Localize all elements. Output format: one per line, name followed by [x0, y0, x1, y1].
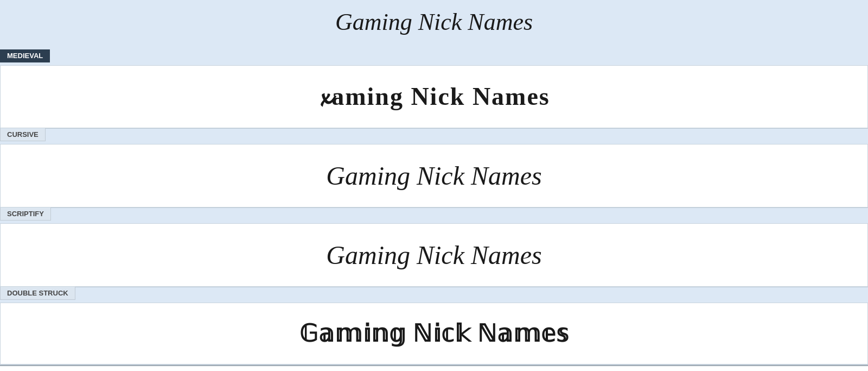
- double-struck-text: 𝔾𝕒𝕞𝕚𝕟𝕘 ℕ𝕚𝕔𝕜 ℕ𝕒𝕞𝕖𝕤: [299, 320, 569, 347]
- scriptify-section: SCRIPTIFY Gaming Nick Names: [0, 208, 868, 287]
- cursive-section: CURSIVE Gaming Nick Names: [0, 129, 868, 208]
- cursive-text: Gaming Nick Names: [326, 161, 541, 190]
- input-area: [0, 365, 868, 371]
- cursive-label: CURSIVE: [0, 128, 46, 141]
- partial-top-section: Gaming Nick Names: [0, 0, 868, 50]
- medieval-section: MEDIEVAL 𝔁aming Nick Names: [0, 50, 868, 129]
- scriptify-label: SCRIPTIFY: [0, 207, 51, 221]
- double-struck-section: DOUBLE STRUCK 𝔾𝕒𝕞𝕚𝕟𝕘 ℕ𝕚𝕔𝕜 ℕ𝕒𝕞𝕖𝕤: [0, 287, 868, 365]
- double-struck-display[interactable]: 𝔾𝕒𝕞𝕚𝕟𝕘 ℕ𝕚𝕔𝕜 ℕ𝕒𝕞𝕖𝕤: [0, 303, 868, 364]
- name-input[interactable]: [0, 366, 868, 371]
- medieval-text: 𝔁aming Nick Names: [318, 83, 550, 110]
- medieval-display[interactable]: 𝔁aming Nick Names: [0, 65, 868, 128]
- double-struck-label: DOUBLE STRUCK: [0, 287, 75, 300]
- medieval-label: MEDIEVAL: [0, 49, 50, 62]
- partial-display: Gaming Nick Names: [0, 0, 868, 50]
- partial-text: Gaming Nick Names: [335, 9, 533, 35]
- scriptify-text: Gaming Nick Names: [326, 241, 541, 269]
- scriptify-display[interactable]: Gaming Nick Names: [0, 223, 868, 287]
- cursive-display[interactable]: Gaming Nick Names: [0, 144, 868, 207]
